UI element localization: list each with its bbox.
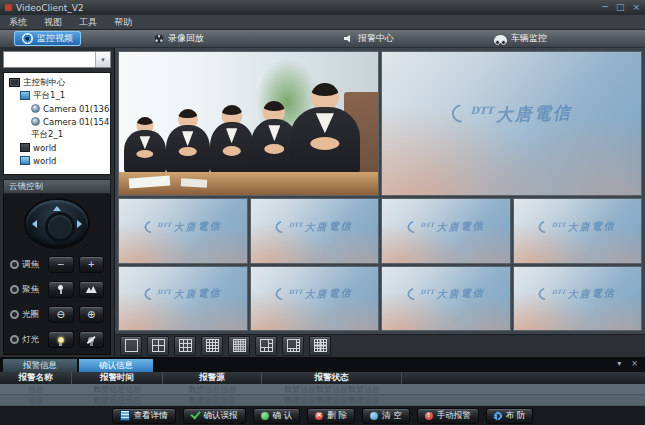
menu-item[interactable]: 系统 <box>9 16 27 29</box>
layout-1-button[interactable] <box>120 336 142 356</box>
alarm-tab[interactable]: 报警信息 <box>3 359 77 372</box>
arm-icon <box>492 410 503 421</box>
video-tile-placeholder[interactable]: DTT大唐電信 <box>250 198 380 263</box>
tree-item[interactable]: world <box>6 154 108 167</box>
camera-icon <box>31 117 40 126</box>
chevron-down-icon[interactable]: ▾ <box>95 52 110 67</box>
close-button[interactable]: × <box>632 3 640 12</box>
video-tile-placeholder[interactable]: DTT大唐電信 <box>381 198 511 263</box>
crescent-icon <box>405 285 422 302</box>
video-tile-placeholder[interactable]: DTT大唐電信 <box>381 51 642 196</box>
删除-button[interactable]: 删 除 <box>307 408 355 424</box>
ptz-center-icon[interactable] <box>45 212 75 242</box>
crescent-icon <box>405 218 422 235</box>
ptz-up-icon[interactable] <box>53 206 61 211</box>
video-tile-live[interactable] <box>118 51 379 196</box>
column-header: 报警时间 <box>72 372 163 384</box>
watermark-text: 大唐電信 <box>436 286 484 302</box>
collapse-panel-icon[interactable]: ▾ <box>617 360 621 368</box>
tree-item[interactable]: Camera 01(136) <box>6 102 108 115</box>
table-row[interactable]: 信息数据信息信息数据信息信息数据信息数据信息数据信息 <box>0 395 645 406</box>
watermark-logo: DTT大唐電信 <box>276 287 353 301</box>
maximize-button[interactable]: □ <box>616 3 625 12</box>
确认误报-button[interactable]: 确认误报 <box>183 408 246 424</box>
details-icon <box>120 410 130 421</box>
tree-item[interactable]: Camera 01(154) <box>6 115 108 128</box>
watermark-brand: DTT <box>420 288 434 295</box>
alarm-tab[interactable]: 确认信息 <box>79 359 153 372</box>
ptz-right-icon[interactable] <box>77 220 82 228</box>
alarm-tabs: 报警信息确认信息▾× <box>0 358 645 372</box>
布防-button[interactable]: 布 防 <box>486 408 534 424</box>
watermark-logo: DTT大唐電信 <box>451 102 571 125</box>
ptz-row-label: 灯光 <box>22 334 43 346</box>
nav-tab[interactable]: 录像回放 <box>146 31 212 46</box>
person-figure <box>290 83 360 175</box>
手动报警-button[interactable]: 手动报警 <box>417 408 479 424</box>
zoom-in-button[interactable] <box>79 256 105 273</box>
table-cell: 数据信息信息 <box>72 395 163 405</box>
layout-9-button[interactable] <box>174 336 196 356</box>
table-cell: 数据信息信息 <box>163 384 262 394</box>
focus-far-button[interactable] <box>79 281 105 298</box>
clear-icon <box>370 412 378 420</box>
iris-close-button[interactable] <box>48 306 74 323</box>
tree-item[interactable]: world <box>6 141 108 154</box>
layout-13-button[interactable] <box>309 336 331 356</box>
tree-item-label: Camera 01(154) <box>43 117 111 127</box>
layout-8-button[interactable] <box>282 336 304 356</box>
device-combo-value[interactable] <box>4 52 95 67</box>
tree-item[interactable]: 平台1_1 <box>6 89 108 102</box>
watermark-brand: DTT <box>289 221 303 228</box>
manual-alarm-icon <box>425 412 433 420</box>
action-button-label: 确 认 <box>273 410 293 422</box>
light-on-button[interactable] <box>48 331 74 348</box>
focus-near-button[interactable] <box>48 281 74 298</box>
video-tile-placeholder[interactable]: DTT大唐電信 <box>513 198 643 263</box>
film-icon <box>154 34 164 44</box>
zoom-out-button[interactable] <box>48 256 74 273</box>
light-off-button[interactable] <box>79 331 105 348</box>
alarm-panel: 报警信息确认信息▾× 报警名称报警时间报警源报警状态 信息数据信息信息数据信息信… <box>0 357 645 406</box>
crescent-icon <box>273 218 290 235</box>
table-row[interactable]: 信息数据信息信息数据信息信息数据信息数据信息数据信息 <box>0 384 645 395</box>
watermark-brand: DTT <box>420 221 434 228</box>
ptz-dpad[interactable] <box>26 200 88 247</box>
ptz-left-icon[interactable] <box>32 220 37 228</box>
tree-item-label: 平台1_1 <box>33 90 65 102</box>
确认-button[interactable]: 确 认 <box>253 408 301 424</box>
video-tile-placeholder[interactable]: DTT大唐電信 <box>118 266 248 331</box>
tree-item[interactable]: 主控制中心 <box>6 76 108 89</box>
watermark-text: 大唐電信 <box>567 219 615 235</box>
menu-item[interactable]: 视图 <box>44 16 62 29</box>
video-tile-placeholder[interactable]: DTT大唐電信 <box>118 198 248 263</box>
menu-item[interactable]: 帮助 <box>114 16 132 29</box>
tree-item[interactable]: 平台2_1 <box>6 128 108 141</box>
查看详情-button[interactable]: 查看详情 <box>112 408 176 424</box>
nav-tab[interactable]: 监控视频 <box>14 31 81 46</box>
camera-icon <box>31 104 40 113</box>
delete-icon <box>315 412 323 420</box>
layout-6-button[interactable] <box>255 336 277 356</box>
device-combo[interactable]: ▾ <box>3 51 111 68</box>
iris-minus-icon <box>57 310 65 320</box>
video-tile-placeholder[interactable]: DTT大唐電信 <box>513 266 643 331</box>
minimize-button[interactable]: ─ <box>603 3 608 12</box>
video-tile-placeholder[interactable]: DTT大唐電信 <box>250 266 380 331</box>
nav-tab[interactable]: 车辆监控 <box>486 31 555 46</box>
layout-4-button[interactable] <box>147 336 169 356</box>
close-panel-icon[interactable]: × <box>631 360 638 368</box>
layout-16-button[interactable] <box>201 336 223 356</box>
watermark-brand: DTT <box>157 288 171 295</box>
layout-25-button[interactable] <box>228 336 250 356</box>
watermark-brand: DTT <box>470 104 493 115</box>
column-header: 报警名称 <box>0 372 72 384</box>
清空-button[interactable]: 清 空 <box>362 408 410 424</box>
menu-item[interactable]: 工具 <box>79 16 97 29</box>
video-tile-placeholder[interactable]: DTT大唐電信 <box>381 266 511 331</box>
app-window: VideoClient_V2 ─ □ × 系统视图工具帮助 监控视频录像回放报警… <box>0 0 645 425</box>
crescent-icon <box>142 285 159 302</box>
nav-tab[interactable]: 报警中心 <box>336 31 402 46</box>
iris-open-button[interactable] <box>79 306 105 323</box>
window-title: VideoClient_V2 <box>16 3 84 13</box>
